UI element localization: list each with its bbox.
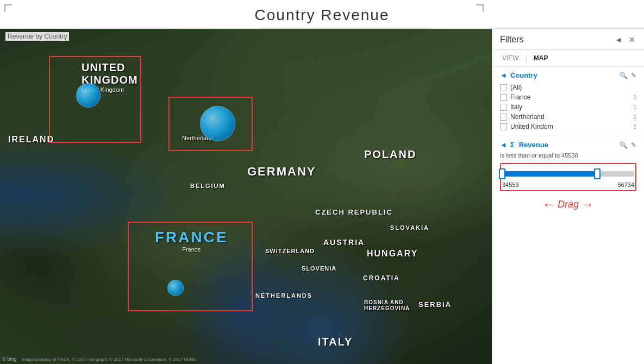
map-copyright: Image courtesy of NASA, © 2017 Intergrap… (22, 357, 196, 362)
country-option-all: (All) (500, 83, 636, 92)
filters-title: Filters (500, 35, 524, 45)
checkbox-left-all: (All) (500, 84, 522, 91)
country-title-text: Country (510, 71, 537, 79)
checkbox-nertherland-label: Nertherland (510, 113, 545, 121)
revenue-filter-actions: 🔍 ✎ (620, 141, 636, 149)
slider-values: 34553 56734 (502, 181, 634, 188)
checkbox-left-nertherland: Nertherland (500, 113, 545, 121)
filters-panel: Filters ◄ ✕ VIEW | MAP ◄ Country 🔍 ✎ (492, 29, 644, 364)
uk-count: 1 (633, 123, 636, 130)
drag-arrow-right: → (581, 197, 594, 212)
checkbox-uk[interactable] (500, 123, 507, 130)
checkbox-left-uk: United Kindom (500, 123, 553, 130)
collapse-panel-button[interactable]: ◄ (614, 34, 623, 45)
checkbox-all[interactable] (500, 84, 507, 91)
drag-annotation: ← Drag → (500, 197, 636, 212)
revenue-filter-edit-icon[interactable]: ✎ (631, 141, 636, 149)
page-title: Country Revenue (0, 7, 644, 24)
country-option-nertherland: Nertherland 1 (500, 112, 636, 122)
checkbox-nertherland[interactable] (500, 114, 507, 121)
country-option-italy: Italy 1 (500, 102, 636, 112)
tab-view[interactable]: VIEW (500, 53, 521, 63)
filters-controls: ◄ ✕ (614, 34, 636, 45)
close-panel-button[interactable]: ✕ (628, 34, 636, 45)
revenue-condition: is less than or equal to 45538 (500, 152, 636, 159)
country-filter-edit-icon[interactable]: ✎ (631, 72, 636, 79)
revenue-slider[interactable] (502, 168, 634, 179)
filters-header: Filters ◄ ✕ (492, 29, 644, 50)
checkbox-italy-label: Italy (510, 103, 522, 111)
revenue-filter-search-icon[interactable]: 🔍 (620, 141, 628, 149)
checkbox-left-france: France (500, 93, 530, 101)
country-filter-actions: 🔍 ✎ (620, 72, 636, 79)
nertherland-count: 1 (633, 114, 636, 120)
map-subtitle: Revenue by Country (5, 32, 69, 41)
italy-count: 1 (633, 104, 636, 110)
checkbox-italy[interactable] (500, 104, 507, 111)
tab-divider: | (526, 54, 527, 62)
country-filter-header: ◄ Country 🔍 ✎ (500, 71, 636, 79)
bing-logo: © bing (2, 356, 16, 362)
revenue-title-text: Revenue (519, 141, 548, 149)
country-option-france: France 1 (500, 92, 636, 102)
filters-tabs: VIEW | MAP (492, 50, 644, 67)
collapse-icon: ◄ (500, 71, 507, 79)
checkbox-uk-label: United Kindom (510, 123, 553, 130)
page-header: Country Revenue (0, 0, 644, 29)
revenue-filter-header: ◄ Σ Revenue 🔍 ✎ (500, 141, 636, 149)
slider-thumb-left[interactable] (499, 168, 505, 179)
slider-min-value: 34553 (502, 181, 519, 188)
corner-decoration-tr (476, 4, 484, 12)
main-content: Revenue by Country UNITED KINGDOM United… (0, 29, 644, 364)
drag-label: Drag (558, 199, 579, 210)
revenue-collapse-icon: ◄ (500, 141, 507, 149)
country-option-uk: United Kindom 1 (500, 122, 636, 131)
revenue-filter-title[interactable]: ◄ Σ Revenue (500, 141, 548, 149)
france-count: 1 (633, 94, 636, 101)
country-filter-section: ◄ Country 🔍 ✎ (All) France (492, 67, 644, 136)
tab-map[interactable]: MAP (532, 53, 551, 63)
drag-arrow-left: ← (542, 197, 555, 212)
corner-decoration-tl (4, 4, 12, 12)
checkbox-all-label: (All) (510, 84, 522, 91)
slider-thumb-right[interactable] (594, 168, 601, 179)
checkbox-france-label: France (510, 93, 530, 101)
map-container[interactable]: Revenue by Country UNITED KINGDOM United… (0, 29, 492, 364)
checkbox-left-italy: Italy (500, 103, 522, 111)
france-highlight-box (128, 222, 253, 311)
country-filter-title[interactable]: ◄ Country (500, 71, 537, 79)
checkbox-france[interactable] (500, 94, 507, 101)
netherlands-bubble-marker[interactable] (200, 106, 235, 141)
france-bubble-marker[interactable] (167, 280, 184, 296)
uk-bubble-marker[interactable] (76, 83, 101, 108)
slider-highlight-box: 34553 56734 (500, 163, 636, 191)
revenue-filter-section: ◄ Σ Revenue 🔍 ✎ is less than or equal to… (492, 136, 644, 216)
revenue-prefix: Σ (510, 141, 515, 149)
slider-max-value: 56734 (617, 181, 634, 188)
country-filter-search-icon[interactable]: 🔍 (620, 72, 628, 79)
slider-active-fill (502, 171, 597, 177)
